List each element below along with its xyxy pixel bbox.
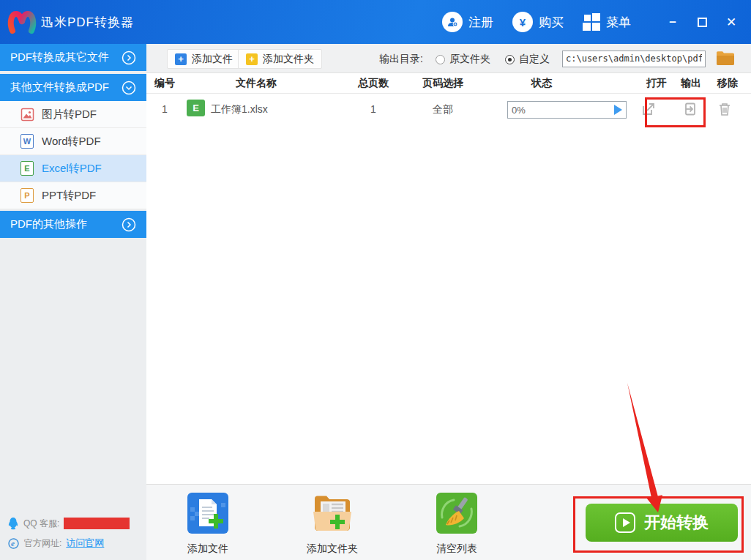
buy-label: 购买 xyxy=(539,14,564,31)
main-panel: + 添加文件 + 添加文件夹 输出目录: 原文件夹 自定义 编号 文件名称 总页… xyxy=(146,44,751,560)
maximize-button[interactable] xyxy=(692,12,711,31)
menu-button[interactable]: 菜单 xyxy=(583,13,631,31)
start-convert-button[interactable]: 开始转换 xyxy=(586,504,738,542)
chevron-right-circle-icon xyxy=(122,51,136,65)
start-convert-label: 开始转换 xyxy=(644,512,709,534)
sidebar-item-image-to-pdf[interactable]: 图片转PDF xyxy=(0,101,146,128)
bottom-clear-list-label: 清空列表 xyxy=(436,542,477,556)
bottom-add-file-label: 添加文件 xyxy=(187,542,228,556)
row-index: 1 xyxy=(150,103,179,115)
add-file-label: 添加文件 xyxy=(192,53,233,66)
top-toolbar: + 添加文件 + 添加文件夹 输出目录: 原文件夹 自定义 xyxy=(146,44,751,73)
output-path-input[interactable] xyxy=(562,51,706,67)
progress-percent: 0% xyxy=(512,105,526,116)
sidebar: PDF转换成其它文件 其他文件转换成PDF 图片转PDF W Word转PDF … xyxy=(0,44,146,560)
bottom-clear-list-button[interactable]: 清空列表 xyxy=(420,493,493,556)
word-doc-icon: W xyxy=(20,134,34,149)
bottom-add-folder-label: 添加文件夹 xyxy=(307,542,358,556)
header-output: 输出 xyxy=(673,77,709,90)
category-label: PDF的其他操作 xyxy=(10,217,87,231)
excel-file-badge-icon: E xyxy=(187,100,205,116)
output-folder-icon[interactable] xyxy=(682,101,698,117)
folder-icon xyxy=(716,50,735,66)
sidebar-item-word-to-pdf[interactable]: W Word转PDF xyxy=(0,128,146,155)
sidebar-item-ppt-to-pdf[interactable]: P PPT转PDF xyxy=(0,182,146,209)
category-label: PDF转换成其它文件 xyxy=(10,51,109,64)
yen-icon: ¥ xyxy=(512,12,533,32)
image-icon xyxy=(20,108,34,122)
header-page-select: 页码选择 xyxy=(406,77,479,90)
browse-folder-button[interactable] xyxy=(716,50,735,67)
app-logo-icon xyxy=(6,7,38,37)
register-button[interactable]: 注册 xyxy=(442,12,493,32)
qq-number-redaction xyxy=(64,518,130,529)
header-open: 打开 xyxy=(638,77,675,90)
sidebar-item-label: PPT转PDF xyxy=(42,189,96,203)
visit-site-link[interactable]: 访问官网 xyxy=(66,537,104,550)
radio-custom-label: 自定义 xyxy=(519,53,550,66)
titlebar: 迅米PDF转换器 注册 ¥ 购买 菜单 – ✕ xyxy=(0,0,751,44)
sidebar-category-pdf-to-other[interactable]: PDF转换成其它文件 xyxy=(0,44,146,71)
sidebar-item-excel-to-pdf[interactable]: E Excel转PDF xyxy=(0,155,146,182)
svg-text:e: e xyxy=(11,539,15,548)
sidebar-category-pdf-ops[interactable]: PDF的其他操作 xyxy=(0,211,146,238)
sidebar-item-label: Word转PDF xyxy=(42,135,101,149)
add-file-button[interactable]: + 添加文件 xyxy=(167,49,241,69)
clear-list-broom-icon xyxy=(436,493,477,534)
output-dir-label: 输出目录: xyxy=(379,53,423,66)
row-play-icon[interactable] xyxy=(614,105,622,115)
radio-original-label: 原文件夹 xyxy=(449,53,490,66)
excel-doc-icon: E xyxy=(20,161,34,176)
bottom-add-folder-button[interactable]: 添加文件夹 xyxy=(296,493,369,556)
sidebar-footer: QQ 客服: e 官方网址: 访问官网 xyxy=(7,510,143,550)
radio-custom-folder[interactable]: 自定义 xyxy=(505,53,550,66)
play-icon xyxy=(615,512,635,533)
bottom-action-bar: 添加文件 添加文件夹 清空列表 xyxy=(146,484,751,560)
table-header: 编号 文件名称 总页数 页码选择 状态 打开 输出 移除 xyxy=(146,73,751,94)
menu-label: 菜单 xyxy=(606,14,631,31)
browser-e-icon: e xyxy=(7,537,20,550)
open-file-icon[interactable] xyxy=(640,101,657,117)
chevron-right-circle-icon xyxy=(122,217,136,232)
chevron-down-circle-icon xyxy=(122,81,136,95)
buy-button[interactable]: ¥ 购买 xyxy=(512,12,564,32)
minimize-button[interactable]: – xyxy=(663,12,682,31)
sidebar-category-other-to-pdf[interactable]: 其他文件转换成PDF xyxy=(0,74,146,101)
add-folder-icon: + xyxy=(246,53,258,65)
bottom-add-file-button[interactable]: 添加文件 xyxy=(171,493,244,556)
ppt-doc-icon: P xyxy=(20,188,34,203)
row-page-select[interactable]: 全部 xyxy=(406,103,479,116)
radio-unselected-icon xyxy=(436,55,445,64)
maximize-icon xyxy=(698,18,707,27)
official-site-label: 官方网址: xyxy=(24,537,61,550)
row-pages: 1 xyxy=(333,103,414,115)
register-label: 注册 xyxy=(468,14,493,31)
header-pages: 总页数 xyxy=(333,77,414,90)
category-label: 其他文件转换成PDF xyxy=(10,81,109,94)
register-user-icon xyxy=(442,12,463,32)
radio-selected-icon xyxy=(505,55,515,64)
sidebar-item-label: 图片转PDF xyxy=(42,108,97,122)
table-row: 1 E 工作簿1.xlsx 1 全部 0% xyxy=(146,94,751,126)
add-file-icon: + xyxy=(175,53,187,65)
qq-support-label: QQ 客服: xyxy=(23,518,59,530)
window-controls: – ✕ xyxy=(663,12,741,31)
add-file-big-icon xyxy=(187,493,228,534)
app-title: 迅米PDF转换器 xyxy=(41,14,134,31)
remove-trash-icon[interactable] xyxy=(717,101,733,117)
header-status: 状态 xyxy=(505,77,578,90)
sidebar-item-label: Excel转PDF xyxy=(42,162,102,176)
header-filename: 文件名称 xyxy=(205,77,307,90)
menu-grid-icon xyxy=(583,13,600,31)
add-folder-label: 添加文件夹 xyxy=(263,53,314,66)
header-index: 编号 xyxy=(150,77,179,90)
row-filename: 工作簿1.xlsx xyxy=(211,103,268,116)
add-folder-big-icon xyxy=(312,493,353,534)
close-button[interactable]: ✕ xyxy=(722,12,741,31)
progress-bar: 0% xyxy=(507,101,627,119)
add-folder-button[interactable]: + 添加文件夹 xyxy=(238,49,322,69)
qq-icon xyxy=(7,517,19,530)
radio-original-folder[interactable]: 原文件夹 xyxy=(436,53,490,66)
header-remove: 移除 xyxy=(709,77,746,90)
